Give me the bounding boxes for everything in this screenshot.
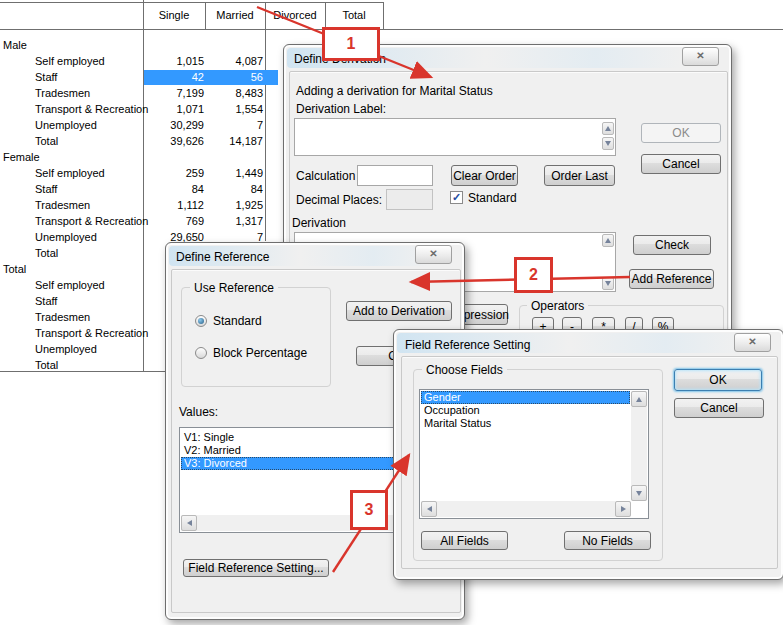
scroll-right-icon[interactable] xyxy=(615,501,631,517)
use-reference-caption: Use Reference xyxy=(190,282,278,295)
close-icon[interactable]: ✕ xyxy=(734,333,771,352)
table-line xyxy=(0,2,384,3)
table-cell-value[interactable]: 1,449 xyxy=(203,167,263,180)
standard-radio[interactable] xyxy=(195,315,207,327)
table-row-label: Tradesmen xyxy=(35,199,90,212)
scroll-up-icon[interactable] xyxy=(602,122,614,135)
table-cell-value[interactable]: 30,299 xyxy=(144,119,204,132)
derivation-label-input[interactable] xyxy=(294,118,616,156)
table-row-label: Total xyxy=(35,135,58,148)
standard-checkbox-label: Standard xyxy=(468,191,517,205)
scroll-down-icon[interactable] xyxy=(631,485,647,501)
fields-list-items: GenderOccupationMarital Status xyxy=(421,391,630,430)
scroll-up-icon[interactable] xyxy=(602,234,614,247)
scroll-down-icon[interactable] xyxy=(602,277,614,290)
field-reference-setting-dialog: Field Reference Setting ✕ Choose Fields … xyxy=(393,329,783,580)
list-item[interactable]: Marital Status xyxy=(421,417,630,430)
define-reference-title[interactable]: Define Reference xyxy=(176,250,269,264)
table-row-label: Staff xyxy=(35,183,57,196)
table-row-label: Staff xyxy=(35,71,57,84)
add-to-derivation-button[interactable]: Add to Derivation xyxy=(346,301,452,321)
table-cell-value[interactable]: 1,015 xyxy=(144,55,204,68)
column-header: Divorced xyxy=(265,9,325,22)
callout-2-box: 2 xyxy=(514,257,553,293)
decimal-places-input[interactable] xyxy=(386,189,433,210)
table-cell-value[interactable]: 259 xyxy=(144,167,204,180)
block-percentage-radio-label: Block Percentage xyxy=(213,346,307,360)
table-cell-value[interactable]: 84 xyxy=(203,183,263,196)
table-cell-value[interactable]: 1,112 xyxy=(144,199,204,212)
table-cell-value[interactable]: 1,071 xyxy=(144,103,204,116)
scroll-down-icon[interactable] xyxy=(602,137,614,150)
field-reference-setting-button[interactable]: Field Reference Setting... xyxy=(183,559,329,577)
block-percentage-radio[interactable] xyxy=(195,347,207,359)
check-button[interactable]: Check xyxy=(633,235,711,255)
table-cell-value[interactable]: 8,483 xyxy=(203,87,263,100)
table-row-label: Tradesmen xyxy=(35,311,90,324)
table-cell-value[interactable]: 84 xyxy=(144,183,204,196)
table-group-label: Female xyxy=(3,151,40,164)
table-row-label: Total xyxy=(35,359,58,372)
screen: SingleMarriedDivorcedTotalMaleSelf emplo… xyxy=(0,0,783,625)
scroll-up-icon[interactable] xyxy=(631,391,647,407)
callout-1-box: 1 xyxy=(322,27,380,61)
table-cell-value[interactable]: 4,087 xyxy=(203,55,263,68)
field-reference-setting-title[interactable]: Field Reference Setting xyxy=(405,338,530,352)
table-cell-value[interactable]: 1,925 xyxy=(203,199,263,212)
table-row-label: Total xyxy=(35,247,58,260)
cancel-button[interactable]: Cancel xyxy=(641,154,721,174)
scroll-left-icon[interactable] xyxy=(421,501,437,517)
table-row-label: Unemployed xyxy=(35,119,97,132)
table-group-label: Male xyxy=(3,39,27,52)
use-reference-group: Use Reference Standard Block Percentage xyxy=(181,287,331,387)
table-row-label: Transport & Recreation xyxy=(35,103,148,116)
table-row-label: Self employed xyxy=(35,55,105,68)
table-cell-value[interactable]: 14,187 xyxy=(203,135,263,148)
table-row-label: Transport & Recreation xyxy=(35,327,148,340)
clear-order-button[interactable]: Clear Order xyxy=(451,165,518,186)
table-cell-value[interactable]: 56 xyxy=(203,71,263,84)
table-cell-value[interactable]: 769 xyxy=(144,215,204,228)
table-row-label: Self employed xyxy=(35,279,105,292)
table-line xyxy=(265,2,266,241)
add-reference-button[interactable]: Add Reference xyxy=(629,269,714,289)
table-cell-value[interactable]: 1,317 xyxy=(203,215,263,228)
derivation-label-caption: Derivation Label: xyxy=(296,102,386,116)
column-header: Married xyxy=(205,9,265,22)
standard-checkbox[interactable]: ✓ xyxy=(450,191,463,204)
table-row-label: Unemployed xyxy=(35,343,97,356)
fields-list[interactable]: GenderOccupationMarital Status xyxy=(419,389,649,519)
table-row-label: Unemployed xyxy=(35,231,97,244)
table-row-label: Staff xyxy=(35,295,57,308)
vertical-scrollbar[interactable] xyxy=(631,391,647,501)
derivation-intro-text: Adding a derivation for Marital Status xyxy=(296,84,493,98)
list-item[interactable]: Occupation xyxy=(421,404,630,417)
table-cell-value[interactable]: 7,199 xyxy=(144,87,204,100)
ok-button[interactable]: OK xyxy=(641,123,721,143)
cancel-button[interactable]: Cancel xyxy=(674,398,764,418)
callout-3-box: 3 xyxy=(350,490,388,530)
derivation-caption: Derivation xyxy=(292,216,346,230)
column-header: Single xyxy=(143,9,205,22)
calculation-order-input[interactable] xyxy=(357,165,433,186)
table-row-label: Tradesmen xyxy=(35,87,90,100)
all-fields-button[interactable]: All Fields xyxy=(421,531,508,550)
scroll-left-icon[interactable] xyxy=(181,515,197,531)
no-fields-button[interactable]: No Fields xyxy=(564,531,651,550)
values-caption: Values: xyxy=(179,405,218,419)
decimal-places-caption: Decimal Places: xyxy=(296,193,382,207)
order-last-button[interactable]: Order Last xyxy=(544,165,615,186)
list-item[interactable]: Gender xyxy=(421,391,630,404)
column-header: Total xyxy=(325,9,383,22)
close-icon[interactable]: ✕ xyxy=(415,245,452,264)
choose-fields-caption: Choose Fields xyxy=(422,364,507,377)
table-cell-value[interactable]: 7 xyxy=(203,119,263,132)
close-icon[interactable]: ✕ xyxy=(682,47,719,66)
table-cell-value[interactable]: 39,626 xyxy=(144,135,204,148)
ok-button[interactable]: OK xyxy=(674,369,762,391)
table-cell-value[interactable]: 1,554 xyxy=(203,103,263,116)
operators-caption: Operators xyxy=(527,300,588,313)
horizontal-scrollbar[interactable] xyxy=(421,501,631,517)
table-cell-value[interactable]: 42 xyxy=(144,71,204,84)
table-group-label: Total xyxy=(3,263,26,276)
